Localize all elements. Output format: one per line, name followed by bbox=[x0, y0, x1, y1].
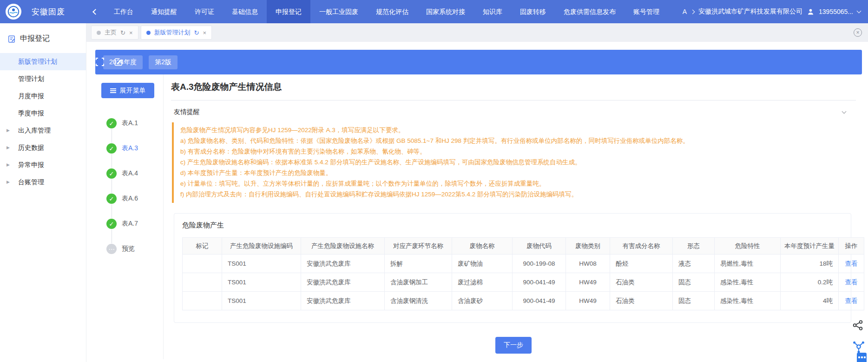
expand-menu-button[interactable]: 展开菜单 bbox=[101, 83, 154, 98]
step-label: 表A.3 bbox=[122, 144, 138, 153]
notice-line: c) 产生危险废物设施名称和编码：依据本标准第 5.4.2 部分填写的生产设施名… bbox=[180, 157, 851, 168]
float-network-icon[interactable] bbox=[852, 340, 866, 354]
cell-mark bbox=[183, 255, 222, 273]
sidebar-header: 申报登记 bbox=[0, 23, 86, 53]
notice-line: f) 内部治理方式及去向：自行利用设施编码、自行处置设施编码和贮存设施编码依据H… bbox=[180, 189, 851, 200]
cell-amount: 4吨 bbox=[781, 292, 839, 310]
nav-more-icon[interactable] bbox=[690, 9, 695, 14]
step-label: 表A.1 bbox=[122, 119, 138, 127]
cell-amount: 18吨 bbox=[781, 255, 839, 273]
table-row: TS001 安徽洪武危废库 含油废钢清洗 含油废砂 900-041-49 HW4… bbox=[183, 292, 864, 310]
nav-item[interactable]: 危废供需信息发布 bbox=[555, 0, 625, 23]
collapse-chevron-icon[interactable] bbox=[842, 109, 847, 114]
sidebar-item[interactable]: ▶ 月度申报 bbox=[0, 87, 86, 105]
tab-dot bbox=[146, 31, 151, 35]
expand-arrow-icon: ▶ bbox=[7, 174, 10, 191]
step-item[interactable]: ✓ 表A.3 bbox=[106, 136, 163, 161]
step-label: 表A.6 bbox=[122, 194, 138, 203]
step-item[interactable]: ✓ 表A.6 bbox=[106, 186, 163, 211]
app-logo-icon bbox=[6, 4, 21, 20]
step-item[interactable]: ✓ 表A.4 bbox=[106, 161, 163, 186]
tab[interactable]: 新版管理计划 ↻ × bbox=[141, 26, 212, 40]
notice-box: 危险废物产生情况填写内容参见HJ 1259—2022附录 A.3，填写应满足以下… bbox=[172, 122, 856, 203]
sidebar-item-label: 出入库管理 bbox=[18, 127, 51, 134]
table-header-cell: 废物名称 bbox=[452, 238, 513, 255]
tab-close-icon[interactable]: × bbox=[129, 29, 133, 36]
tab-label: 新版管理计划 bbox=[154, 28, 191, 37]
sidebar-item-label: 季度申报 bbox=[18, 109, 44, 117]
cell-harmful-component: 石油类 bbox=[610, 273, 673, 292]
float-corner-icon[interactable] bbox=[857, 353, 867, 362]
sidebar-item[interactable]: ▶ 异常申报 bbox=[0, 156, 86, 174]
cell-waste-name: 含油废砂 bbox=[452, 292, 513, 310]
nav-item[interactable]: 固废转移 bbox=[511, 0, 555, 23]
waste-table: 标记产生危险废物设施编码产生危险废物设施名称对应产废环节名称废物名称废物代码废物… bbox=[182, 237, 864, 310]
sidebar-item[interactable]: ▶ 出入库管理 bbox=[0, 122, 86, 139]
step-status-icon: ✓ bbox=[106, 194, 117, 204]
step-item[interactable]: ✓ 表A.1 bbox=[106, 111, 163, 136]
caret-down-icon[interactable] bbox=[857, 9, 861, 13]
nav-item[interactable]: 许可证 bbox=[186, 0, 223, 23]
tab-close-icon[interactable]: × bbox=[203, 29, 206, 36]
step-status-icon: ✓ bbox=[106, 219, 117, 229]
step-label: 表A.4 bbox=[122, 169, 138, 178]
tab[interactable]: 主页 ↻ × bbox=[91, 26, 138, 40]
tab-refresh-icon[interactable]: ↻ bbox=[194, 29, 199, 36]
cell-amount: 0.2吨 bbox=[781, 273, 839, 292]
expand-arrow-icon: ▶ bbox=[7, 139, 10, 156]
nav-item[interactable]: 一般工业固废 bbox=[310, 0, 367, 23]
sidebar-item[interactable]: ▶ 管理计划 bbox=[0, 70, 86, 87]
company-name[interactable]: 安徽洪武城市矿产科技发展有限公司 bbox=[698, 7, 802, 16]
cell-waste-code: 900-199-08 bbox=[513, 255, 566, 273]
view-link[interactable]: 查看 bbox=[845, 260, 858, 267]
nav-item[interactable]: 账号管理 bbox=[625, 0, 668, 23]
sidebar-item-label: 台账管理 bbox=[18, 178, 44, 186]
nav-item[interactable]: 通知提醒 bbox=[142, 0, 186, 23]
sidebar-item-label: 新版管理计划 bbox=[18, 58, 57, 65]
next-button[interactable]: 下一步 bbox=[495, 337, 532, 354]
nav-back-icon[interactable] bbox=[87, 10, 103, 14]
nav-item[interactable]: 申报登记 bbox=[267, 0, 310, 23]
user-phone[interactable]: 13955065... bbox=[819, 8, 853, 15]
tab-refresh-icon[interactable]: ↻ bbox=[120, 29, 125, 36]
float-share-icon[interactable] bbox=[852, 319, 864, 331]
table-header-cell: 形态 bbox=[673, 238, 715, 255]
table-header-cell: 危险特性 bbox=[715, 238, 781, 255]
cell-stage: 含油废钢清洗 bbox=[385, 292, 452, 310]
nav-item[interactable]: 基础信息 bbox=[223, 0, 267, 23]
step-status-icon: ✓ bbox=[106, 168, 117, 179]
cell-stage: 拆解 bbox=[385, 255, 452, 273]
cell-hazard: 感染性,毒性 bbox=[715, 273, 781, 292]
notice-line: b) 有害成分名称：危险废物中对环境有害的主要污染物名称，如苯系物、氰化物、砷等… bbox=[180, 146, 851, 157]
sidebar-item[interactable]: ▶ 季度申报 bbox=[0, 105, 86, 122]
view-link[interactable]: 查看 bbox=[845, 279, 858, 286]
steps-column: 展开菜单 ✓ 表A.1 ✓ 表A.3 bbox=[95, 74, 163, 359]
sidebar-item[interactable]: ▶ 新版管理计划 bbox=[0, 53, 86, 70]
close-all-tabs-button[interactable]: × bbox=[854, 28, 862, 37]
cell-facility-name: 安徽洪武危废库 bbox=[301, 273, 385, 292]
cell-facility-code: TS001 bbox=[222, 255, 301, 273]
edit-icon[interactable] bbox=[114, 57, 123, 67]
reminder-header[interactable]: 友情提醒 bbox=[171, 101, 856, 122]
nav-item[interactable]: 知识库 bbox=[474, 0, 511, 23]
waste-card: 危险废物产生 标记产生危险废物设施编码产生危险废物设施名称对应产废环节名称废物 bbox=[174, 213, 851, 323]
tab-dot bbox=[97, 31, 101, 35]
step-item[interactable]: ✓ 表A.7 bbox=[106, 211, 163, 236]
tab-bar: 主页 ↻ × 新版管理计划 ↻ × bbox=[86, 23, 868, 42]
sidebar-item[interactable]: ▶ 台账管理 bbox=[0, 174, 86, 191]
table-header-cell: 对应产废环节名称 bbox=[385, 238, 452, 255]
fullscreen-icon[interactable] bbox=[95, 57, 105, 67]
navbar-overflow-item[interactable]: A bbox=[683, 8, 687, 15]
declaration-doc-icon bbox=[7, 35, 16, 43]
sidebar-item[interactable]: ▶ 历史数据 bbox=[0, 139, 86, 156]
step-item[interactable]: ⋯ 预览 bbox=[106, 236, 163, 261]
cell-waste-name: 废过滤棉 bbox=[452, 273, 513, 292]
page-title: 表A.3危险废物产生情况信息 bbox=[171, 81, 856, 93]
table-row: TS001 安徽洪武危废库 含油废钢加工 废过滤棉 900-041-49 HW4… bbox=[183, 273, 864, 292]
menu-icon bbox=[110, 88, 116, 93]
view-link[interactable]: 查看 bbox=[845, 297, 858, 304]
step-status-icon: ✓ bbox=[106, 143, 117, 154]
nav-item[interactable]: 国家系统对接 bbox=[417, 0, 474, 23]
nav-item[interactable]: 规范化评估 bbox=[367, 0, 417, 23]
nav-item[interactable]: 工作台 bbox=[105, 0, 142, 23]
